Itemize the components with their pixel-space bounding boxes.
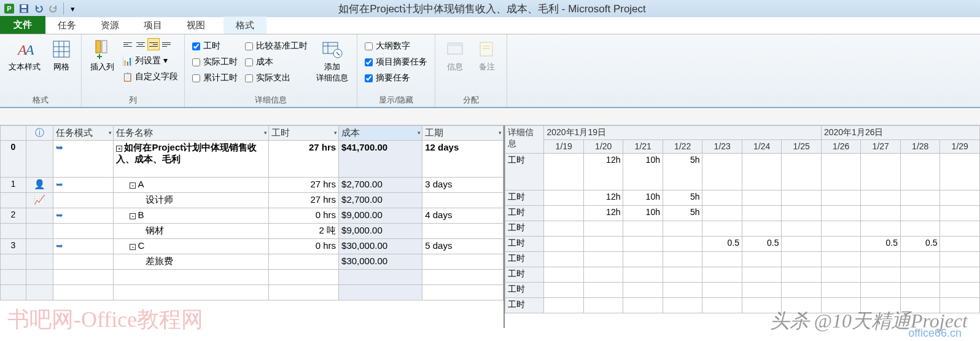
timephased-cell[interactable] [544, 206, 584, 221]
checkbox-outline-number[interactable]: 大纲数字 [361, 38, 431, 54]
tab-task[interactable]: 任务 [45, 17, 88, 34]
timephased-row[interactable]: 工时12h10h5h [505, 190, 980, 206]
timephased-cell[interactable] [940, 154, 980, 190]
day-header[interactable]: 1/28 [900, 140, 940, 154]
table-row[interactable]: 钢材2 吨$9,000.00 [1, 224, 504, 239]
timephased-cell[interactable] [900, 252, 940, 267]
timephased-cell[interactable] [544, 267, 584, 283]
row-header[interactable] [1, 254, 26, 270]
timephased-cell[interactable] [583, 252, 623, 267]
timephased-cell[interactable] [583, 283, 623, 298]
timephased-cell[interactable] [861, 267, 901, 283]
timephased-cell[interactable] [544, 154, 584, 190]
timephased-cell[interactable] [544, 283, 584, 298]
timephased-cell[interactable] [940, 221, 980, 237]
insert-column-button[interactable]: 插入列 [85, 36, 119, 75]
timephased-cell[interactable] [782, 237, 822, 252]
task-name-cell[interactable]: 设计师 [114, 193, 269, 208]
task-name-cell[interactable]: -A [114, 178, 269, 193]
work-cell[interactable]: 2 吨 [268, 224, 338, 239]
row-header[interactable]: 3 [1, 239, 26, 254]
duration-cell[interactable]: 4 days [422, 208, 504, 224]
task-mode-cell[interactable]: ➥ [53, 208, 114, 224]
day-header[interactable]: 1/21 [623, 140, 663, 154]
duration-cell[interactable] [422, 285, 504, 300]
row-header[interactable]: 1 [1, 178, 26, 193]
info-column-header[interactable]: ⓘ [26, 126, 53, 141]
timephased-cell[interactable]: 10h [623, 206, 663, 221]
work-cell[interactable] [268, 254, 338, 270]
timephased-cell[interactable] [861, 221, 901, 237]
day-header[interactable]: 1/29 [940, 140, 980, 154]
row-header[interactable] [1, 285, 26, 300]
timephased-cell[interactable] [623, 252, 663, 267]
timephased-cell[interactable] [940, 252, 980, 267]
timephased-cell[interactable] [900, 154, 940, 190]
timephased-cell[interactable] [742, 221, 782, 237]
wrap-text-button[interactable] [160, 38, 173, 50]
timephased-cell[interactable] [663, 298, 702, 313]
task-mode-cell[interactable] [53, 193, 114, 208]
timephased-cell[interactable]: 5h [663, 154, 702, 190]
timephased-cell[interactable] [702, 252, 742, 267]
timephased-cell[interactable] [821, 206, 861, 221]
timephased-cell[interactable] [861, 190, 901, 206]
table-row[interactable]: 2➥-B0 hrs$9,000.004 days [1, 208, 504, 224]
timephased-cell[interactable] [940, 190, 980, 206]
timephased-cell[interactable] [742, 298, 782, 313]
task-mode-cell[interactable]: ➥ [53, 178, 114, 193]
gridlines-button[interactable]: 网格 [45, 36, 77, 75]
tab-view[interactable]: 视图 [174, 17, 217, 34]
table-row[interactable] [1, 285, 504, 300]
timephased-cell[interactable] [663, 267, 702, 283]
column-task-mode[interactable]: 任务模式▾ [53, 126, 114, 141]
timephased-cell[interactable] [742, 206, 782, 221]
checkbox-cost[interactable]: 成本 [241, 54, 311, 70]
checkbox-cumulative-work[interactable]: 累计工时 [189, 70, 241, 86]
timephased-cell[interactable] [782, 206, 822, 221]
tab-resource[interactable]: 资源 [88, 17, 131, 34]
timephased-cell[interactable] [900, 221, 940, 237]
task-mode-cell[interactable] [53, 285, 114, 300]
timephased-cell[interactable]: 5h [663, 190, 702, 206]
timephased-cell[interactable]: 12h [583, 190, 623, 206]
timephased-cell[interactable] [742, 190, 782, 206]
timephased-cell[interactable] [583, 221, 623, 237]
outline-collapse-icon[interactable]: - [116, 146, 122, 152]
timephased-cell[interactable] [544, 298, 584, 313]
task-name-cell[interactable]: -B [114, 208, 269, 224]
duration-cell[interactable] [422, 254, 504, 270]
timephased-cell[interactable]: 12h [583, 206, 623, 221]
timephased-cell[interactable] [940, 298, 980, 313]
task-sheet[interactable]: ⓘ 任务模式▾ 任务名称▾ 工时▾ 成本▾ 工期▾ 0➥-如何在Project计… [0, 125, 504, 328]
work-cell[interactable] [268, 285, 338, 300]
timephased-cell[interactable] [623, 298, 663, 313]
day-header[interactable]: 1/23 [702, 140, 742, 154]
column-settings-button[interactable]: 📊列设置 ▾ [119, 53, 181, 69]
text-styles-button[interactable]: AA 文本样式 [4, 36, 45, 75]
task-name-cell[interactable]: -如何在Project计划中体现销售收入、成本、毛利 [114, 141, 269, 178]
timephased-cell[interactable] [861, 298, 901, 313]
task-mode-cell[interactable]: ➥ [53, 239, 114, 254]
checkbox-actual-work[interactable]: 实际工时 [189, 54, 241, 70]
column-duration[interactable]: 工期▾ [422, 126, 504, 141]
row-header[interactable]: 0 [1, 141, 26, 178]
timephased-cell[interactable] [861, 252, 901, 267]
checkbox-baseline-work[interactable]: 比较基准工时 [241, 38, 311, 54]
timephased-row[interactable]: 工时 [505, 298, 980, 313]
add-details-button[interactable]: 添加 详细信息 [311, 36, 353, 86]
timephased-cell[interactable] [900, 206, 940, 221]
tab-project[interactable]: 项目 [131, 17, 174, 34]
timephased-cell[interactable] [900, 283, 940, 298]
row-header[interactable]: 2 [1, 208, 26, 224]
column-work[interactable]: 工时▾ [268, 126, 338, 141]
timephased-row[interactable]: 工时12h10h5h [505, 154, 980, 190]
align-left-button[interactable] [122, 38, 134, 50]
timephased-cell[interactable]: 0.5 [702, 237, 742, 252]
timephased-row[interactable]: 工时 [505, 221, 980, 237]
align-center-button[interactable] [134, 38, 147, 50]
undo-icon[interactable] [32, 2, 45, 15]
column-cost[interactable]: 成本▾ [339, 126, 422, 141]
timephased-cell[interactable] [782, 283, 822, 298]
day-header[interactable]: 1/24 [742, 140, 782, 154]
